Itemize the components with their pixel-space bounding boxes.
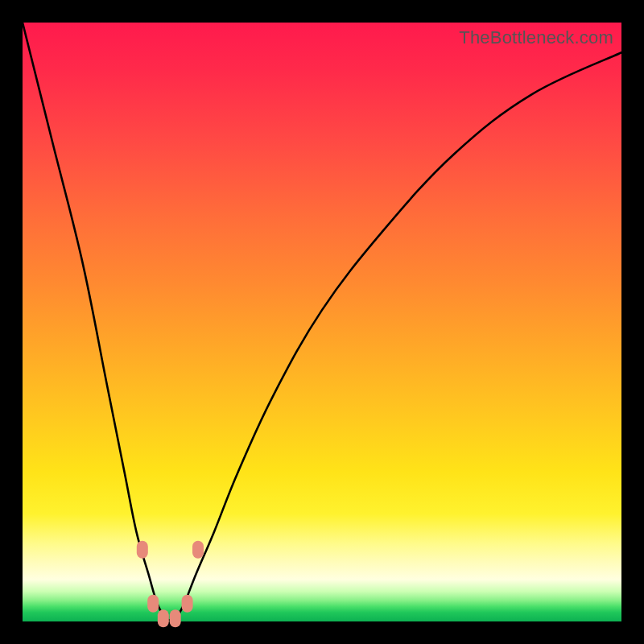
curve-marker (137, 541, 148, 559)
curve-marker (170, 609, 181, 627)
curve-markers (137, 541, 204, 628)
curve-marker (158, 609, 169, 627)
chart-frame: TheBottleneck.com (0, 0, 644, 644)
curve-marker (147, 595, 159, 613)
chart-plot-area: TheBottleneck.com (23, 23, 621, 621)
bottleneck-curve (23, 23, 621, 621)
curve-marker (182, 595, 193, 613)
chart-svg (23, 23, 621, 621)
curve-marker (192, 541, 204, 559)
